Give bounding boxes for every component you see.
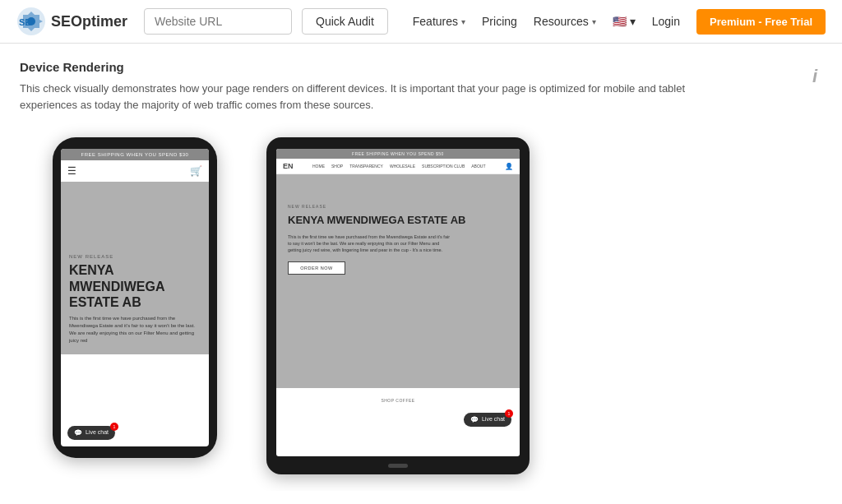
tablet-chat-label: Live chat	[482, 416, 505, 423]
tablet-banner: FREE SHIPPING WHEN YOU SPEND $50	[276, 149, 520, 159]
tablet-chat-notification: 1	[505, 409, 513, 418]
svg-text:SE: SE	[19, 17, 31, 27]
navbar: SE SEOptimer Quick Audit Features ▾ Pric…	[0, 0, 842, 44]
nav-links: Features ▾ Pricing Resources ▾ 🇺🇸 ▾ Logi…	[413, 9, 826, 35]
tablet-device: FREE SHIPPING WHEN YOU SPEND $50 EN HOME…	[266, 137, 530, 474]
resources-chevron-icon: ▾	[592, 17, 596, 26]
resources-link[interactable]: Resources ▾	[534, 15, 596, 28]
phone-nav-bar: ☰ 🛒	[61, 160, 209, 182]
premium-button[interactable]: Premium - Free Trial	[696, 9, 826, 35]
features-link[interactable]: Features ▾	[413, 15, 465, 28]
devices-area: FREE SHIPPING WHEN YOU SPEND $30 ☰ 🛒 NEW…	[20, 137, 822, 474]
quick-audit-button[interactable]: Quick Audit	[302, 8, 388, 35]
phone-content: NEW RELEASE KENYAMWENDIWEGAESTATE AB Thi…	[61, 182, 209, 354]
url-input[interactable]	[144, 8, 292, 35]
tablet-hero: NEW RELEASE KENYA MWENDIWEGA ESTATE AB T…	[276, 174, 520, 388]
language-selector[interactable]: 🇺🇸 ▾	[613, 15, 636, 28]
phone-title: KENYAMWENDIWEGAESTATE AB	[69, 262, 201, 310]
cart-icon: 🛒	[190, 165, 202, 177]
phone-screen: FREE SHIPPING WHEN YOU SPEND $30 ☰ 🛒 NEW…	[61, 149, 209, 446]
phone-body-text: This is the first time we have purchased…	[69, 315, 201, 344]
phone-new-release: NEW RELEASE	[69, 254, 201, 259]
tablet-logo: EN	[283, 162, 294, 170]
tablet-chat-bubble: 💬 Live chat 1	[464, 413, 511, 427]
tablet-nav-wholesale: WHOLESALE	[390, 164, 415, 169]
info-icon: i	[812, 66, 817, 87]
tablet-user-icon: 👤	[505, 163, 513, 170]
tablet-nav-home: HOME	[312, 164, 325, 169]
tablet-nav-links: HOME SHOP TRANSPARENCY WHOLESALE SUBSCRI…	[312, 164, 486, 169]
hamburger-icon: ☰	[67, 165, 76, 177]
tablet-chat-icon: 💬	[470, 416, 479, 423]
tablet-order-button: ORDER NOW	[288, 261, 345, 275]
logo-area: SE SEOptimer	[16, 7, 127, 36]
tablet-title: KENYA MWENDIWEGA ESTATE AB	[288, 214, 508, 227]
tablet-body: This is the first time we have purchased…	[288, 234, 452, 254]
tablet-footer: SHOP COFFEE	[276, 388, 520, 413]
tablet-nav-about: ABOUT	[471, 164, 485, 169]
phone-chat-notification: 1	[110, 423, 118, 431]
tablet-home-button	[388, 464, 408, 468]
phone-chat-bubble: 💬 Live chat 1	[67, 426, 115, 440]
tablet-nav-shop: SHOP	[331, 164, 343, 169]
phone-chat-label: Live chat	[86, 429, 109, 436]
tablet-screen: FREE SHIPPING WHEN YOU SPEND $50 EN HOME…	[276, 149, 520, 456]
login-link[interactable]: Login	[652, 15, 680, 28]
tablet-new-release: NEW RELEASE	[288, 204, 508, 209]
tablet-nav-transparency: TRANSPARENCY	[349, 164, 383, 169]
flag-chevron-icon: ▾	[630, 15, 636, 28]
tablet-nav: EN HOME SHOP TRANSPARENCY WHOLESALE SUBS…	[276, 159, 520, 174]
phone-device: FREE SHIPPING WHEN YOU SPEND $30 ☰ 🛒 NEW…	[53, 137, 217, 458]
section-title: Device Rendering	[20, 60, 822, 74]
pricing-link[interactable]: Pricing	[482, 15, 517, 28]
logo-text: SEOptimer	[51, 13, 127, 30]
flag-icon: 🇺🇸	[613, 15, 627, 28]
section-description: This check visually demonstrates how you…	[20, 81, 710, 113]
logo-icon: SE	[16, 7, 46, 36]
tablet-nav-subscription: SUBSCRIPTION CLUB	[422, 164, 465, 169]
phone-frame: FREE SHIPPING WHEN YOU SPEND $30 ☰ 🛒 NEW…	[53, 137, 217, 458]
features-chevron-icon: ▾	[461, 17, 465, 26]
main-content: Device Rendering This check visually dem…	[0, 44, 842, 491]
phone-chat-icon: 💬	[74, 429, 82, 437]
phone-banner: FREE SHIPPING WHEN YOU SPEND $30	[61, 149, 209, 160]
